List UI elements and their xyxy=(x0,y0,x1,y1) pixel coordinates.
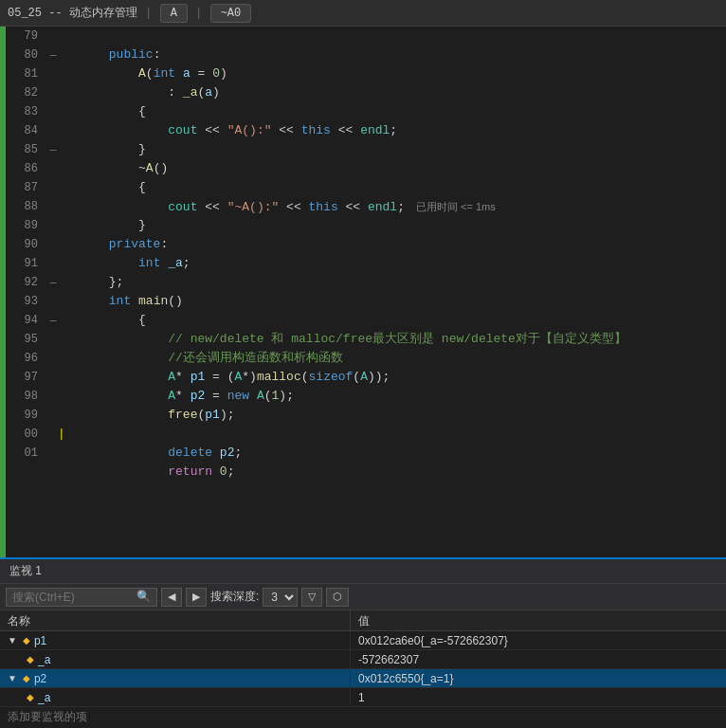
line-num-94: 94 xyxy=(6,311,38,330)
code-line-92: int main() xyxy=(64,273,726,292)
line-num-87: 87 xyxy=(6,178,38,197)
watch-col-value-header: 值 xyxy=(351,610,726,631)
line-num-93: 93 xyxy=(6,292,38,311)
code-line-85: ~A() xyxy=(64,140,726,159)
fold-94[interactable]: — xyxy=(45,311,61,330)
line-num-91: 91 xyxy=(6,254,38,273)
fold-column: — — — — xyxy=(45,27,61,557)
fold-81 xyxy=(45,64,61,83)
code-line-93: { xyxy=(64,292,726,311)
watch-value-p2: 0x012c6550{_a=1} xyxy=(351,669,726,688)
line-num-95: 95 xyxy=(6,330,38,349)
line-num-90: 90 xyxy=(6,235,38,254)
line-numbers: 79 80 81 82 83 84 85 86 87 88 89 90 91 9… xyxy=(6,27,45,557)
fold-93 xyxy=(45,292,61,311)
code-line-95: //还会调用构造函数和析构函数 xyxy=(64,330,726,349)
watch-toolbar: 🔍 ◀ ▶ 搜索深度: 3 1 2 4 5 ▽ ⬡ xyxy=(0,584,726,610)
line-num-82: 82 xyxy=(6,83,38,102)
depth-label: 搜索深度: xyxy=(210,589,259,605)
watch-row-p1[interactable]: ▼ ◆ p1 0x012ca6e0{_a=-572662307} xyxy=(0,631,726,650)
code-line-79: public: xyxy=(64,27,726,46)
fold-00 xyxy=(45,425,61,444)
fold-87 xyxy=(45,178,61,197)
code-line-89: private: xyxy=(64,216,726,235)
fold-95 xyxy=(45,330,61,349)
code-line-86: { xyxy=(64,159,726,178)
line-num-80: 80 xyxy=(6,46,38,64)
code-line-97: A* p2 = new A(1); xyxy=(64,368,726,387)
watch-column-headers: 名称 值 xyxy=(0,610,726,631)
fold-82 xyxy=(45,83,61,102)
member-icon-p1-a: ◆ xyxy=(27,650,34,669)
watch-row-p2[interactable]: ▼ ◆ p2 0x012c6550{_a=1} xyxy=(0,669,726,688)
line-num-81: 81 xyxy=(6,64,38,83)
fold-89 xyxy=(45,216,61,235)
line-num-99: 99 xyxy=(6,406,38,425)
code-line-82: { xyxy=(64,83,726,102)
filter-button[interactable]: ▽ xyxy=(301,588,322,607)
code-line-90: int _a; xyxy=(64,235,726,254)
code-line-80: A(int a = 0) xyxy=(64,46,726,64)
fold-91 xyxy=(45,254,61,273)
line-num-85: 85 xyxy=(6,140,38,159)
watch-value-p1-a: -572662307 xyxy=(351,650,726,669)
watch-cell-name-p2: ▼ ◆ p2 xyxy=(0,669,351,688)
line-num-88: 88 xyxy=(6,197,38,216)
fold-98 xyxy=(45,387,61,406)
fold-90 xyxy=(45,235,61,254)
watch-value-p2-a: 1 xyxy=(351,688,726,707)
fold-80[interactable]: — xyxy=(45,46,61,64)
watch-cell-name-p1-a: ◆ _a xyxy=(0,650,351,669)
search-icon[interactable]: 🔍 xyxy=(136,590,151,604)
watch-header: 监视 1 xyxy=(0,559,726,584)
pointer-icon-p1: ◆ xyxy=(23,631,30,650)
line-num-01: 01 xyxy=(6,444,38,463)
add-watch-button[interactable]: 添加要监视的项 xyxy=(0,707,726,727)
fold-88 xyxy=(45,197,61,216)
watch-col-name-header: 名称 xyxy=(0,610,351,631)
top-bar: 05_25 -- 动态内存管理 | A | ~A0 xyxy=(0,0,726,27)
fold-97 xyxy=(45,368,61,387)
watch-search-input[interactable] xyxy=(12,591,136,604)
code-line-00 xyxy=(64,425,726,444)
code-line-98: free(p1); xyxy=(64,387,726,406)
watch-cell-name-p2-a: ◆ _a xyxy=(0,688,351,707)
line-num-89: 89 xyxy=(6,216,38,235)
expand-p1-icon[interactable]: ▼ xyxy=(8,631,17,650)
watch-cell-name-p1: ▼ ◆ p1 xyxy=(0,631,351,650)
fold-85[interactable]: — xyxy=(45,140,61,159)
editor-area: 79 80 81 82 83 84 85 86 87 88 89 90 91 9… xyxy=(0,27,726,557)
watch-title: 监视 1 xyxy=(9,563,42,579)
member-icon-p2-a: ◆ xyxy=(27,688,34,707)
code-line-01: return 0; xyxy=(64,444,726,463)
watch-value-p1: 0x012ca6e0{_a=-572662307} xyxy=(351,631,726,650)
watch-search-container[interactable]: 🔍 xyxy=(6,588,157,607)
expand-p2-icon[interactable]: ▼ xyxy=(8,669,17,688)
watch-name-p1: p1 xyxy=(34,631,46,650)
watch-rows: ▼ ◆ p1 0x012ca6e0{_a=-572662307} ◆ _a -5… xyxy=(0,631,726,728)
fold-01 xyxy=(45,444,61,463)
watch-row-p1-a[interactable]: ◆ _a -572662307 xyxy=(0,650,726,669)
watch-name-p1-a: _a xyxy=(38,650,50,669)
line-num-79: 79 xyxy=(6,27,38,46)
search-back-button[interactable]: ◀ xyxy=(161,588,182,607)
code-content[interactable]: public: A(int a = 0) : _a(a) { cout << "… xyxy=(61,27,726,557)
tab-a[interactable]: A xyxy=(160,4,188,23)
line-num-84: 84 xyxy=(6,121,38,140)
fold-99 xyxy=(45,406,61,425)
depth-select[interactable]: 3 1 2 4 5 xyxy=(263,588,298,607)
search-forward-button[interactable]: ▶ xyxy=(186,588,207,607)
watch-row-p2-a[interactable]: ◆ _a 1 xyxy=(0,688,726,707)
code-line-94: // new/delete 和 malloc/free最大区别是 new/del… xyxy=(64,311,726,330)
code-line-84: } xyxy=(64,121,726,140)
fold-96 xyxy=(45,349,61,368)
code-line-88: } xyxy=(64,197,726,216)
line-num-97: 97 xyxy=(6,368,38,387)
line-num-83: 83 xyxy=(6,102,38,121)
fold-92[interactable]: — xyxy=(45,273,61,292)
tab-a0[interactable]: ~A0 xyxy=(210,4,252,23)
watch-name-p2-a: _a xyxy=(38,688,50,707)
line-num-86: 86 xyxy=(6,159,38,178)
hex-button[interactable]: ⬡ xyxy=(326,588,349,607)
line-num-92: 92 xyxy=(6,273,38,292)
